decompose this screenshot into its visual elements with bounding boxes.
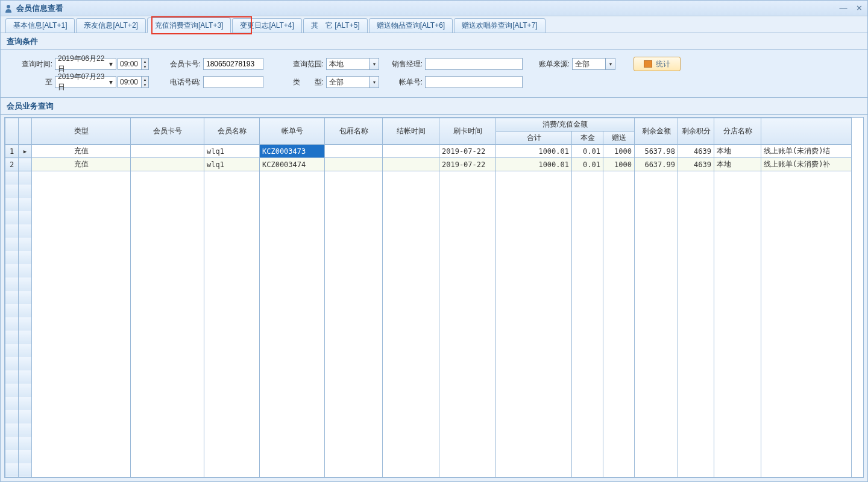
cell-member-name: wlq1 [204,145,260,158]
date-to-input[interactable]: 2019年07月23日▾ [55,76,116,88]
label-bill-no: 帐单号: [383,77,425,87]
time-to-input[interactable]: 09:00▲▼ [118,76,149,88]
cell-principal: 0.01 [572,158,603,171]
spin-down-icon[interactable]: ▼ [142,64,148,69]
label-scope: 查询范围: [278,59,326,69]
row-indicator: ▶ [19,145,32,158]
header-amount-group[interactable]: 消费/充值金额 [496,118,635,132]
cell-swipe-time: 2019-07-22 [439,158,496,171]
header-swipe-time[interactable]: 刷卡时间 [439,118,496,145]
query-panel: 查询时间: 2019年06月22日▾ 09:00▲▼ 会员卡号: 查询范围: 本… [1,50,867,98]
bill-no-input[interactable] [425,76,523,88]
label-bill-src: 账单来源: [526,59,572,69]
cell-card-no [131,158,204,171]
header-balance[interactable]: 剩余金额 [635,118,678,145]
close-button[interactable]: ✕ [854,4,864,13]
cell-branch: 本地 [714,158,761,171]
cell-bill-no: KCZ0003473 [260,145,325,158]
label-sales-mgr: 销售经理: [383,59,425,69]
header-total[interactable]: 合计 [496,132,572,145]
cell-bill-no: KCZ0003474 [260,158,325,171]
dropdown-arrow-icon: ▾ [107,60,115,68]
header-rownum [5,118,19,145]
cell-principal: 0.01 [572,145,603,158]
row-number: 1 [5,145,19,158]
header-bill-no[interactable]: 帐单号 [260,118,325,145]
header-settle-time[interactable]: 结帐时间 [383,118,439,145]
spin-up-icon[interactable]: ▲ [142,59,148,64]
dropdown-arrow-icon: ▾ [369,77,379,87]
header-branch[interactable]: 分店名称 [714,118,761,145]
cell-member-name: wlq1 [204,158,260,171]
header-type[interactable]: 类型 [32,118,131,145]
header-member-name[interactable]: 会员名称 [204,118,260,145]
tab-recharge-query[interactable]: 充值消费查询[ALT+3] [147,17,231,33]
type-select[interactable]: 全部▾ [326,76,379,88]
cell-type: 充值 [32,158,131,171]
spin-up-icon[interactable]: ▲ [142,77,148,82]
cell-settle-time [383,145,439,158]
tab-family-info[interactable]: 亲友信息[ALT+2] [76,18,145,33]
cell-swipe-time: 2019-07-22 [439,145,496,158]
table-row[interactable]: 1▶充值wlq1KCZ00034732019-07-221000.010.011… [5,145,852,158]
label-type: 类 型: [278,77,326,87]
phone-input[interactable] [203,76,263,88]
user-icon [4,4,13,13]
dropdown-arrow-icon: ▾ [107,78,115,86]
stats-icon [644,60,652,68]
spin-down-icon[interactable]: ▼ [142,82,148,87]
query-section-title: 查询条件 [1,33,867,50]
header-points[interactable]: 剩余积分 [678,118,714,145]
header-room-name[interactable]: 包厢名称 [325,118,383,145]
tab-gift-item-query[interactable]: 赠送物品查询[ALT+6] [369,18,453,33]
dropdown-arrow-icon: ▾ [369,59,379,69]
tab-other[interactable]: 其 它 [ALT+5] [303,18,368,33]
window-title: 会员信息查看 [16,3,838,14]
cell-card-no [131,145,204,158]
tab-basic-info[interactable]: 基本信息[ALT+1] [5,18,75,33]
data-grid[interactable]: 类型 会员卡号 会员名称 帐单号 包厢名称 结帐时间 刷卡时间 消费/充值金额 … [4,117,864,478]
scope-select[interactable]: 本地▾ [326,58,379,70]
cell-extra: 线上账单(未消费)结 [761,145,852,158]
cell-points: 4639 [678,145,714,158]
label-phone: 电话号码: [161,77,203,87]
tab-change-log[interactable]: 变更日志[ALT+4] [232,18,301,33]
dropdown-arrow-icon: ▾ [605,59,615,69]
cell-bonus: 1000 [603,145,635,158]
cell-points: 4639 [678,158,714,171]
row-indicator [19,158,32,171]
cell-room-name [325,145,383,158]
cell-total: 1000.01 [496,145,572,158]
tabs-row: 基本信息[ALT+1] 亲友信息[ALT+2] 充值消费查询[ALT+3] 变更… [1,16,867,33]
header-bonus[interactable]: 赠送 [603,132,635,145]
cell-branch: 本地 [714,145,761,158]
cell-balance: 5637.98 [635,145,678,158]
date-from-input[interactable]: 2019年06月22日▾ [55,58,116,70]
label-card-no: 会员卡号: [161,59,203,69]
table-row[interactable]: 2充值wlq1KCZ00034742019-07-221000.010.0110… [5,158,852,171]
row-number: 2 [5,158,19,171]
header-indicator [19,118,32,145]
cell-balance: 6637.99 [635,158,678,171]
header-extra[interactable] [761,118,852,145]
sales-mgr-input[interactable] [425,58,523,70]
stats-button[interactable]: 统计 [634,57,681,71]
label-query-time: 查询时间: [9,59,55,69]
cell-total: 1000.01 [496,158,572,171]
time-from-input[interactable]: 09:00▲▼ [118,58,149,70]
bill-src-select[interactable]: 全部▾ [572,58,615,70]
label-to: 至 [9,77,55,87]
cell-room-name [325,158,383,171]
grid-section-title: 会员业务查询 [1,98,867,115]
svg-point-0 [7,5,10,8]
titlebar: 会员信息查看 — ✕ [1,1,867,16]
header-principal[interactable]: 本金 [572,132,603,145]
cell-bonus: 1000 [603,158,635,171]
cell-extra: 线上账单(未消费)补 [761,158,852,171]
cell-type: 充值 [32,145,131,158]
minimize-button[interactable]: — [838,4,848,13]
cell-settle-time [383,158,439,171]
card-no-input[interactable] [203,58,263,70]
tab-gift-coupon-query[interactable]: 赠送欢唱券查询[ALT+7] [454,18,545,33]
header-card-no[interactable]: 会员卡号 [131,118,204,145]
